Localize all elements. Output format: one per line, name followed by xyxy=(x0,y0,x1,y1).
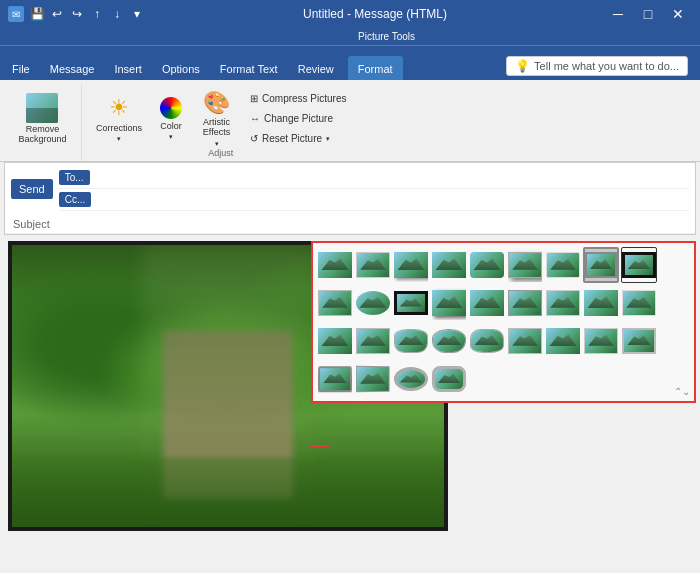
style-active[interactable] xyxy=(583,247,619,283)
style-3d-1[interactable] xyxy=(317,361,353,397)
adjust-group: ☀ Corrections ▾ Color ▾ 🎨 ArtisticEffect… xyxy=(84,84,357,161)
styles-row-1 xyxy=(317,247,690,283)
style-wide-5[interactable] xyxy=(621,323,657,359)
reset-icon: ↺ xyxy=(250,133,258,144)
cc-btn[interactable]: Cc... xyxy=(59,192,92,207)
style-oval[interactable] xyxy=(355,285,391,321)
style-dark-border[interactable] xyxy=(621,247,657,283)
lightbulb-icon: 💡 xyxy=(515,59,530,73)
compress-icon: ⊞ xyxy=(250,93,258,104)
maximize-btn[interactable]: □ xyxy=(634,0,662,28)
tab-format[interactable]: Format xyxy=(348,56,403,80)
up-qat-btn[interactable]: ↑ xyxy=(88,5,106,23)
email-header: Send To... Cc... Subject xyxy=(4,162,696,235)
style-wide-1[interactable] xyxy=(355,323,391,359)
style-plain-4[interactable] xyxy=(545,247,581,283)
style-wide-3[interactable] xyxy=(545,323,581,359)
scroll-indicator: ⌃⌄ xyxy=(674,386,690,397)
send-area: Send To... Cc... xyxy=(5,163,695,215)
style-plain-3[interactable] xyxy=(431,247,467,283)
send-btn[interactable]: Send xyxy=(11,179,53,199)
style-plain-1[interactable] xyxy=(317,247,353,283)
window-title: Untitled - Message (HTML) xyxy=(146,7,604,21)
to-input[interactable] xyxy=(94,172,689,184)
tell-me-input[interactable]: 💡 Tell me what you want to do... xyxy=(506,56,688,76)
tab-format-text[interactable]: Format Text xyxy=(210,56,288,80)
style-plain-7[interactable] xyxy=(507,285,543,321)
tab-file[interactable]: File xyxy=(2,56,40,80)
style-silver-oval-1[interactable] xyxy=(393,361,429,397)
cc-field: Cc... xyxy=(59,189,689,211)
quick-access-toolbar: 💾 ↩ ↪ ↑ ↓ ▾ xyxy=(28,5,146,23)
save-qat-btn[interactable]: 💾 xyxy=(28,5,46,23)
redo-qat-btn[interactable]: ↪ xyxy=(68,5,86,23)
subject-input[interactable] xyxy=(64,218,687,230)
minimize-btn[interactable]: ─ xyxy=(604,0,632,28)
change-picture-btn[interactable]: ↔ Change Picture xyxy=(245,110,351,127)
styles-row-3 xyxy=(317,323,690,359)
picture-styles-panel: ⌃⌄ xyxy=(311,241,696,403)
adjust-label: Adjust xyxy=(208,148,233,160)
close-btn[interactable]: ✕ xyxy=(664,0,692,28)
artistic-effects-btn[interactable]: 🎨 ArtisticEffects ▾ xyxy=(194,90,239,148)
style-cloud-3[interactable] xyxy=(469,323,505,359)
reset-dropdown-arrow: ▾ xyxy=(326,135,330,143)
style-plain-2[interactable] xyxy=(355,247,391,283)
remove-background-group: RemoveBackground xyxy=(4,84,82,161)
tab-options[interactable]: Options xyxy=(152,56,210,80)
window-controls: ─ □ ✕ xyxy=(604,0,692,28)
corrections-btn[interactable]: ☀ Corrections ▾ xyxy=(90,90,148,148)
remove-background-btn[interactable]: RemoveBackground xyxy=(10,86,75,152)
color-btn[interactable]: Color ▾ xyxy=(152,90,190,148)
style-plain-6[interactable] xyxy=(469,285,505,321)
reset-picture-btn[interactable]: ↺ Reset Picture ▾ xyxy=(245,130,351,147)
style-cloud-plain[interactable] xyxy=(317,323,353,359)
undo-qat-btn[interactable]: ↩ xyxy=(48,5,66,23)
fields-area: To... Cc... xyxy=(59,167,689,211)
down-qat-btn[interactable]: ↓ xyxy=(108,5,126,23)
style-thin-1[interactable] xyxy=(545,285,581,321)
styles-row-4 xyxy=(317,361,690,397)
main-content: ⌃⌄ xyxy=(0,235,700,539)
to-field: To... xyxy=(59,167,689,189)
style-3d-2[interactable] xyxy=(355,361,391,397)
style-wide-2[interactable] xyxy=(507,323,543,359)
subject-row: Subject xyxy=(5,215,695,234)
subject-label: Subject xyxy=(13,218,58,230)
compress-pictures-btn[interactable]: ⊞ Compress Pictures xyxy=(245,90,351,107)
title-bar-left: ✉ 💾 ↩ ↪ ↑ ↓ ▾ xyxy=(8,5,146,23)
style-thin-2[interactable] xyxy=(583,285,619,321)
tab-message[interactable]: Message xyxy=(40,56,105,80)
tab-insert[interactable]: Insert xyxy=(104,56,152,80)
to-btn[interactable]: To... xyxy=(59,170,90,185)
style-shadow-2[interactable] xyxy=(507,247,543,283)
style-silver-oval-2[interactable] xyxy=(431,361,467,397)
style-shadow-3[interactable] xyxy=(431,285,467,321)
connector-line xyxy=(310,445,330,447)
picture-tools-label: Picture Tools xyxy=(0,28,700,46)
style-rounded-1[interactable] xyxy=(469,247,505,283)
app-icon: ✉ xyxy=(8,6,24,22)
style-cloud-2[interactable] xyxy=(431,323,467,359)
ribbon: RemoveBackground ☀ Corrections ▾ Color ▾… xyxy=(0,80,700,162)
style-black-frame[interactable] xyxy=(393,285,429,321)
color-icon xyxy=(160,97,182,119)
change-icon: ↔ xyxy=(250,113,260,124)
style-cloud-1[interactable] xyxy=(393,323,429,359)
style-shadow-1[interactable] xyxy=(393,247,429,283)
style-plain-5[interactable] xyxy=(317,285,353,321)
tell-me-text: Tell me what you want to do... xyxy=(534,60,679,72)
style-wide-4[interactable] xyxy=(583,323,619,359)
light-rays xyxy=(142,245,315,527)
styles-row-2 xyxy=(317,285,690,321)
style-thin-3[interactable] xyxy=(621,285,657,321)
more-qat-btn[interactable]: ▾ xyxy=(128,5,146,23)
title-bar: ✉ 💾 ↩ ↪ ↑ ↓ ▾ Untitled - Message (HTML) … xyxy=(0,0,700,28)
tab-review[interactable]: Review xyxy=(288,56,344,80)
cc-input[interactable] xyxy=(95,194,689,206)
